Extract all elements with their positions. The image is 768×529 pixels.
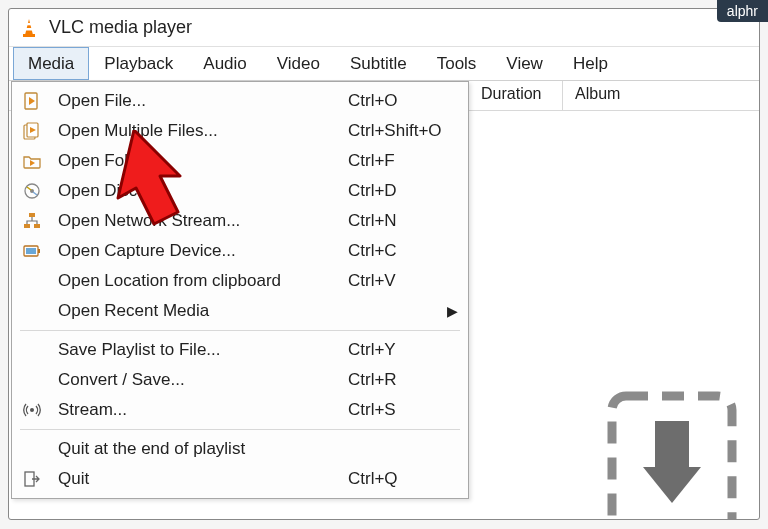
svg-marker-22 [643, 467, 701, 503]
menu-item-shortcut: Ctrl+N [348, 211, 458, 231]
network-icon [20, 211, 44, 231]
window-title: VLC media player [49, 17, 192, 38]
menu-item-shortcut: Ctrl+Shift+O [348, 121, 458, 141]
blank-icon [20, 439, 44, 459]
svg-rect-14 [34, 224, 40, 228]
menu-item-shortcut: Ctrl+O [348, 91, 458, 111]
svg-rect-12 [29, 213, 35, 217]
menu-stream[interactable]: Stream... Ctrl+S [14, 395, 466, 425]
svg-rect-17 [38, 249, 40, 253]
svg-point-18 [30, 408, 34, 412]
svg-rect-1 [26, 23, 31, 25]
blank-icon [20, 301, 44, 321]
menu-item-label: Convert / Save... [58, 370, 348, 390]
menu-playback[interactable]: Playback [89, 47, 188, 80]
menu-item-label: Open Multiple Files... [58, 121, 348, 141]
menu-item-label: Open Disc... [58, 181, 348, 201]
title-bar: VLC media player [9, 9, 759, 47]
app-window: VLC media player Media Playback Audio Vi… [8, 8, 760, 520]
exit-icon [20, 469, 44, 489]
menu-item-label: Open Capture Device... [58, 241, 348, 261]
menu-item-shortcut: Ctrl+S [348, 400, 458, 420]
playlist-dropzone-icon[interactable] [607, 391, 737, 519]
menu-quit-at-end[interactable]: Quit at the end of playlist [14, 434, 466, 464]
menu-open-network-stream[interactable]: Open Network Stream... Ctrl+N [14, 206, 466, 236]
submenu-arrow-icon: ▶ [446, 303, 458, 319]
menu-media[interactable]: Media [13, 47, 89, 80]
watermark-badge: alphr [717, 0, 768, 22]
col-duration[interactable]: Duration [469, 81, 563, 110]
media-menu-dropdown: Open File... Ctrl+O Open Multiple Files.… [11, 81, 469, 499]
folder-play-icon [20, 151, 44, 171]
file-play-icon [20, 91, 44, 111]
menu-item-shortcut: Ctrl+F [348, 151, 458, 171]
menu-item-label: Stream... [58, 400, 348, 420]
menu-bar: Media Playback Audio Video Subtitle Tool… [9, 47, 759, 81]
svg-rect-2 [26, 28, 33, 31]
menu-open-file[interactable]: Open File... Ctrl+O [14, 86, 466, 116]
menu-item-label: Save Playlist to File... [58, 340, 348, 360]
menu-item-label: Open Location from clipboard [58, 271, 348, 291]
menu-open-location-clipboard[interactable]: Open Location from clipboard Ctrl+V [14, 266, 466, 296]
svg-rect-16 [26, 248, 36, 254]
menu-item-shortcut: Ctrl+Q [348, 469, 458, 489]
menu-separator [20, 330, 460, 331]
menu-open-multiple-files[interactable]: Open Multiple Files... Ctrl+Shift+O [14, 116, 466, 146]
stream-icon [20, 400, 44, 420]
menu-item-label: Open Folder... [58, 151, 348, 171]
menu-open-disc[interactable]: Open Disc... Ctrl+D [14, 176, 466, 206]
menu-separator [20, 429, 460, 430]
svg-marker-9 [30, 160, 35, 166]
files-play-icon [20, 121, 44, 141]
menu-item-label: Open Network Stream... [58, 211, 348, 231]
menu-video[interactable]: Video [262, 47, 335, 80]
svg-rect-13 [24, 224, 30, 228]
menu-item-shortcut: Ctrl+C [348, 241, 458, 261]
svg-marker-0 [25, 19, 33, 35]
blank-icon [20, 340, 44, 360]
vlc-cone-icon [19, 18, 39, 38]
svg-rect-21 [655, 421, 689, 469]
menu-item-shortcut: Ctrl+R [348, 370, 458, 390]
menu-item-label: Open Recent Media [58, 301, 336, 321]
menu-item-label: Quit at the end of playlist [58, 439, 348, 459]
menu-item-shortcut: Ctrl+V [348, 271, 458, 291]
blank-icon [20, 370, 44, 390]
col-album[interactable]: Album [563, 81, 759, 110]
disc-icon [20, 181, 44, 201]
menu-tools[interactable]: Tools [422, 47, 492, 80]
menu-audio[interactable]: Audio [188, 47, 261, 80]
menu-quit[interactable]: Quit Ctrl+Q [14, 464, 466, 494]
menu-save-playlist[interactable]: Save Playlist to File... Ctrl+Y [14, 335, 466, 365]
blank-icon [20, 271, 44, 291]
menu-open-folder[interactable]: Open Folder... Ctrl+F [14, 146, 466, 176]
menu-help[interactable]: Help [558, 47, 623, 80]
menu-item-label: Quit [58, 469, 348, 489]
menu-subtitle[interactable]: Subtitle [335, 47, 422, 80]
menu-item-shortcut: Ctrl+D [348, 181, 458, 201]
menu-open-recent-media[interactable]: Open Recent Media ▶ [14, 296, 466, 326]
svg-marker-5 [29, 97, 35, 105]
menu-item-label: Open File... [58, 91, 348, 111]
menu-view[interactable]: View [491, 47, 558, 80]
svg-rect-3 [23, 34, 35, 37]
menu-convert-save[interactable]: Convert / Save... Ctrl+R [14, 365, 466, 395]
capture-device-icon [20, 241, 44, 261]
menu-open-capture-device[interactable]: Open Capture Device... Ctrl+C [14, 236, 466, 266]
menu-item-shortcut: Ctrl+Y [348, 340, 458, 360]
